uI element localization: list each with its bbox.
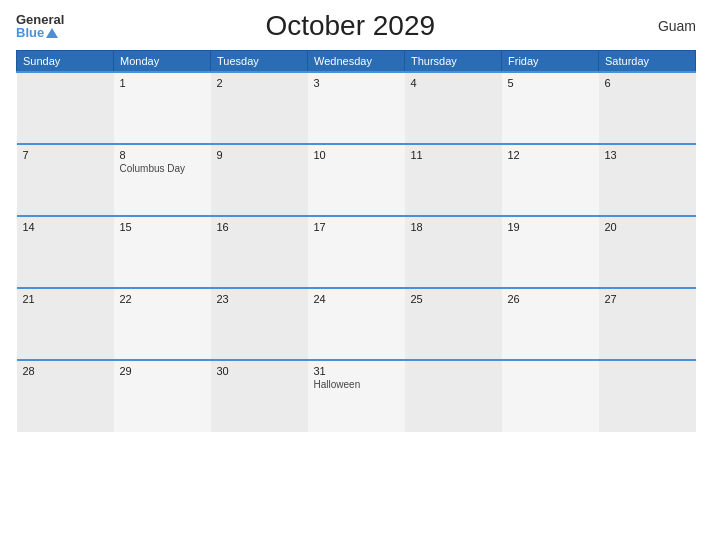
logo-blue-text: Blue (16, 26, 44, 39)
calendar-cell: 7 (17, 144, 114, 216)
day-number: 21 (23, 293, 108, 305)
day-number: 18 (411, 221, 496, 233)
calendar-cell: 19 (502, 216, 599, 288)
calendar-cell (599, 360, 696, 432)
calendar-cell (405, 360, 502, 432)
day-number: 1 (120, 77, 205, 89)
day-number: 31 (314, 365, 399, 377)
day-number: 22 (120, 293, 205, 305)
calendar-week-row: 123456 (17, 72, 696, 144)
calendar-cell: 23 (211, 288, 308, 360)
calendar-cell: 12 (502, 144, 599, 216)
calendar-cell: 10 (308, 144, 405, 216)
calendar-cell: 29 (114, 360, 211, 432)
calendar-cell: 5 (502, 72, 599, 144)
col-friday: Friday (502, 51, 599, 73)
page: General Blue October 2029 Guam Sunday Mo… (0, 0, 712, 550)
day-number: 5 (508, 77, 593, 89)
col-sunday: Sunday (17, 51, 114, 73)
day-number: 28 (23, 365, 108, 377)
day-number: 11 (411, 149, 496, 161)
calendar-title: October 2029 (64, 10, 636, 42)
calendar-cell: 8Columbus Day (114, 144, 211, 216)
calendar-cell: 1 (114, 72, 211, 144)
calendar-cell: 13 (599, 144, 696, 216)
calendar-cell: 30 (211, 360, 308, 432)
calendar-cell: 24 (308, 288, 405, 360)
calendar-week-row: 78Columbus Day910111213 (17, 144, 696, 216)
day-number: 6 (605, 77, 690, 89)
calendar-header-row: Sunday Monday Tuesday Wednesday Thursday… (17, 51, 696, 73)
calendar-cell: 20 (599, 216, 696, 288)
day-number: 12 (508, 149, 593, 161)
calendar-cell: 15 (114, 216, 211, 288)
day-event: Halloween (314, 379, 399, 390)
day-number: 19 (508, 221, 593, 233)
calendar-cell: 18 (405, 216, 502, 288)
calendar-cell (17, 72, 114, 144)
day-number: 7 (23, 149, 108, 161)
calendar-cell: 16 (211, 216, 308, 288)
col-thursday: Thursday (405, 51, 502, 73)
col-wednesday: Wednesday (308, 51, 405, 73)
day-number: 24 (314, 293, 399, 305)
day-number: 17 (314, 221, 399, 233)
calendar-cell (502, 360, 599, 432)
calendar-week-row: 14151617181920 (17, 216, 696, 288)
col-saturday: Saturday (599, 51, 696, 73)
calendar-table: Sunday Monday Tuesday Wednesday Thursday… (16, 50, 696, 432)
calendar-cell: 17 (308, 216, 405, 288)
day-number: 13 (605, 149, 690, 161)
day-number: 20 (605, 221, 690, 233)
calendar-cell: 26 (502, 288, 599, 360)
calendar-cell: 2 (211, 72, 308, 144)
calendar-week-row: 21222324252627 (17, 288, 696, 360)
calendar-cell: 3 (308, 72, 405, 144)
day-number: 25 (411, 293, 496, 305)
col-monday: Monday (114, 51, 211, 73)
calendar-cell: 27 (599, 288, 696, 360)
logo-triangle-icon (46, 28, 58, 38)
day-number: 10 (314, 149, 399, 161)
calendar-cell: 25 (405, 288, 502, 360)
day-number: 9 (217, 149, 302, 161)
calendar-cell: 21 (17, 288, 114, 360)
logo: General Blue (16, 13, 64, 39)
day-number: 27 (605, 293, 690, 305)
day-number: 4 (411, 77, 496, 89)
day-number: 8 (120, 149, 205, 161)
header: General Blue October 2029 Guam (16, 10, 696, 42)
day-number: 29 (120, 365, 205, 377)
day-number: 14 (23, 221, 108, 233)
day-number: 26 (508, 293, 593, 305)
calendar-cell: 9 (211, 144, 308, 216)
day-number: 2 (217, 77, 302, 89)
calendar-cell: 11 (405, 144, 502, 216)
calendar-week-row: 28293031Halloween (17, 360, 696, 432)
calendar-cell: 22 (114, 288, 211, 360)
day-number: 15 (120, 221, 205, 233)
calendar-cell: 4 (405, 72, 502, 144)
day-number: 23 (217, 293, 302, 305)
calendar-cell: 6 (599, 72, 696, 144)
calendar-cell: 14 (17, 216, 114, 288)
day-number: 30 (217, 365, 302, 377)
col-tuesday: Tuesday (211, 51, 308, 73)
calendar-cell: 28 (17, 360, 114, 432)
day-number: 16 (217, 221, 302, 233)
day-number: 3 (314, 77, 399, 89)
day-event: Columbus Day (120, 163, 205, 174)
calendar-cell: 31Halloween (308, 360, 405, 432)
region-label: Guam (636, 18, 696, 34)
